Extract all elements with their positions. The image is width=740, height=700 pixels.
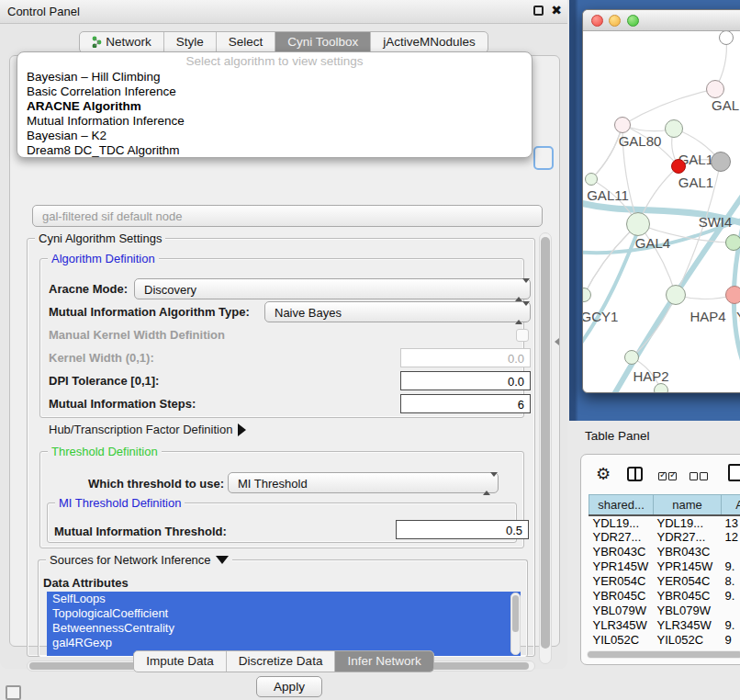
table-row[interactable]: YBR043CYBR043C [589,545,740,559]
node-label: GAL4 [635,235,670,251]
table-horizontal-scrollbar[interactable] [587,650,740,659]
manual-kernel-checkbox[interactable] [516,329,529,342]
network-selector-combobox[interactable]: gal-filtered sif default node [32,205,543,227]
table-row[interactable]: YDR27...YDR27...12 [589,530,740,545]
mi-steps-field[interactable]: 6 [400,394,531,413]
column-header[interactable]: shared... [589,495,654,515]
spinner-arrows-icon [515,306,523,320]
tab-select[interactable]: Select [217,32,276,52]
node-label: GAL [712,97,739,113]
tab-jactivemnodules[interactable]: jActiveMNodules [371,32,488,52]
aracne-mode-value: Discovery [144,283,196,297]
attribute-item[interactable]: gal4RGexp [47,636,521,650]
float-window-icon[interactable] [533,6,544,16]
attribute-item[interactable]: TopologicalCoefficient [47,606,521,621]
aracne-mode-select[interactable]: Discovery [134,278,531,299]
mi-type-select[interactable]: Naive Bayes [264,301,531,322]
node-gal11[interactable] [585,173,598,186]
node-y[interactable] [725,286,740,304]
table-row[interactable]: YBR045CYBR045C9. [589,589,740,604]
node-hap2[interactable] [624,350,639,365]
algorithm-option[interactable]: Mutual Information Inference [17,114,532,129]
algorithm-option[interactable]: Dream8 DC_TDC Algorithm [17,143,532,158]
manual-kernel-label: Manual Kernel Width Definition [49,328,225,342]
which-threshold-select[interactable]: MI Threshold [228,472,499,493]
document-icon[interactable] [728,464,740,481]
mi-threshold-field[interactable]: 0.5 [396,520,529,539]
mi-steps-label: Mutual Information Steps: [49,397,196,411]
collapsed-panel-icon[interactable] [6,685,21,700]
clear-all-checkboxes-icon[interactable] [690,469,710,483]
attribute-item[interactable]: SelfLoops [47,592,521,606]
control-panel: Control Panel ✖ NetworkStyleSelectCyni T… [0,0,567,669]
table-cell: 9. [722,618,740,633]
tab-discretize-data[interactable]: Discretize Data [227,651,336,672]
table-cell: YLR345W [654,618,722,633]
node-label: HAP2 [633,368,668,384]
table-cell: YBR045C [589,589,654,604]
control-panel-titlebar: Control Panel ✖ [0,0,567,24]
algorithm-option[interactable]: ARACNE Algorithm [17,99,532,114]
network-window-titlebar[interactable] [583,10,740,31]
node-hap4[interactable] [666,285,686,305]
table-row[interactable]: YPR145WYPR145W9. [589,559,740,574]
table-row[interactable]: YLR345WYLR345W9. [589,618,740,633]
data-attributes-list[interactable]: SelfLoopsTopologicalCoefficientBetweenne… [47,592,521,656]
tab-network[interactable]: Network [80,32,164,52]
attributes-scrollbar[interactable] [510,593,521,655]
kernel-width-field[interactable]: 0.0 [400,348,531,367]
node-gal[interactable] [706,80,724,98]
close-icon[interactable]: ✖ [551,3,562,17]
hub-definition-expander[interactable]: Hub/Transcription Factor Definition [49,423,246,436]
node[interactable] [654,383,668,392]
table-toolbar: ⚙ [581,462,740,486]
node-gal10[interactable] [665,119,683,138]
select-all-checkboxes-icon[interactable] [658,469,678,483]
node-label: GAL1 [678,175,713,190]
node-gal80[interactable] [614,117,631,133]
algorithm-option[interactable]: Bayesian – K2 [17,129,532,143]
algorithm-option[interactable]: Basic Correlation Inference [17,85,532,99]
table-row[interactable]: YIL052CYIL052C9 [589,633,740,648]
tab-label: Style [176,35,204,49]
settings-group-title: Cyni Algorithm Settings [35,231,165,245]
table-row[interactable]: YDL19...YDL19...13 [589,515,740,530]
table-cell: 9. [722,559,740,574]
mac-minimize-icon[interactable] [609,15,621,27]
node-swi4[interactable] [725,234,740,251]
table-row[interactable]: YER054CYER054C8. [589,574,740,589]
mac-close-icon[interactable] [591,15,603,27]
node-gal4[interactable] [626,212,650,236]
panel-splitter-arrow-icon[interactable] [555,338,559,345]
table-row[interactable]: YBL079WYBL079W [589,604,740,618]
tab-infer-network[interactable]: Infer Network [335,651,432,672]
aracne-mode-label: Aracne Mode: [49,282,128,296]
mac-zoom-icon[interactable] [627,15,639,27]
apply-button[interactable]: Apply [256,676,322,697]
table-cell: 9. [722,589,740,604]
node-gal1[interactable] [671,159,686,174]
table-cell: YBR045C [654,589,722,604]
node-table-box: ⚙ shared...nameA YDL19...YDL19...13YDR27… [580,454,740,665]
attribute-item[interactable]: BetweennessCentrality [47,621,521,636]
network-canvas[interactable]: GAL80GAL10GAL1GAL11GAL4SWI4GALGCY1HAP4YH… [583,31,740,392]
node[interactable] [711,152,731,172]
algorithm-option[interactable]: Bayesian – Hill Climbing [17,70,532,85]
tab-cyni-toolbox[interactable]: Cyni Toolbox [275,32,371,52]
network-selector-value: gal-filtered sif default node [42,209,182,223]
columns-icon[interactable] [627,467,643,481]
sources-group-title[interactable]: Sources for Network Inference [46,553,232,567]
node-label: GAL11 [587,187,629,203]
tab-style[interactable]: Style [164,32,217,52]
dpi-tolerance-field[interactable]: 0.0 [400,371,531,390]
node-label: GAL80 [619,133,662,149]
network-view-window[interactable]: GAL80GAL10GAL1GAL11GAL4SWI4GALGCY1HAP4YH… [582,9,740,393]
tab-impute-data[interactable]: Impute Data [134,651,227,672]
table-cell: YIL052C [654,633,722,648]
table-cell: YDR27... [589,530,654,545]
column-header[interactable]: name [654,495,722,515]
data-attributes-label: Data Attributes [43,576,129,590]
gear-icon[interactable]: ⚙ [596,464,611,484]
column-header[interactable]: A [722,495,740,515]
settings-vertical-scrollbar[interactable] [539,232,552,664]
